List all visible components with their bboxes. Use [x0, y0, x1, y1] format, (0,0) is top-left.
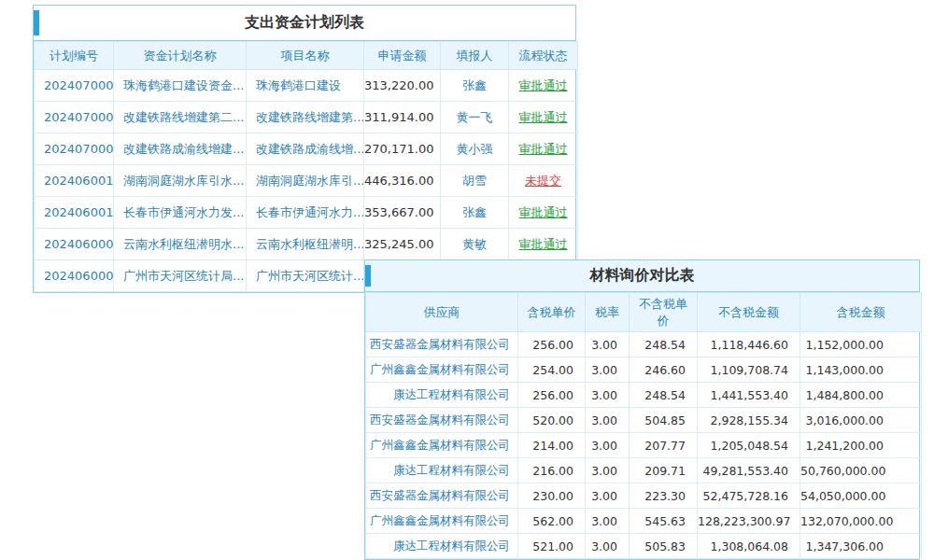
- cell-fund_name[interactable]: 改建铁路成渝线增建...: [114, 133, 247, 165]
- cell-amount_notax: 52,475,728.16: [698, 483, 800, 509]
- cell-project_name[interactable]: 湖南洞庭湖水库引...: [247, 165, 364, 197]
- cell-tax_rate: 3.00: [586, 458, 630, 483]
- table-row: 广州鑫鑫金属材料有限公司214.003.00207.771,205,048.54…: [366, 433, 922, 458]
- plan-table-header-row: 计划编号资金计划名称项目名称申请金额填报人流程状态: [35, 42, 578, 70]
- cell-unit_price_tax: 230.00: [518, 483, 586, 509]
- cell-reporter[interactable]: 黄一飞: [441, 102, 509, 133]
- cell-unit_price_notax: 207.77: [630, 433, 698, 458]
- cell-supplier[interactable]: 西安盛器金属材料有限公司: [366, 408, 518, 433]
- cell-amount_notax: 128,223,300.97: [698, 509, 800, 534]
- cell-project_name[interactable]: 改建铁路成渝线增...: [247, 133, 364, 165]
- quote-table-header-row: 供应商含税单价税率不含税单价不含税金额含税金额: [366, 293, 922, 332]
- cell-plan_no[interactable]: 2024060008: [35, 260, 114, 292]
- cell-supplier[interactable]: 广州鑫鑫金属材料有限公司: [366, 509, 518, 534]
- cell-project_name[interactable]: 长春市伊通河水力...: [247, 197, 364, 229]
- cell-amount_notax: 1,308,064.08: [698, 534, 800, 559]
- cell-unit_price_tax: 256.00: [518, 332, 586, 357]
- title-accent-bar: [365, 265, 371, 287]
- cell-supplier[interactable]: 西安盛器金属材料有限公司: [366, 483, 518, 509]
- cell-amount: 313,220.00: [364, 70, 441, 102]
- cell-supplier[interactable]: 广州鑫鑫金属材料有限公司: [366, 357, 518, 383]
- col-header-fund_name: 资金计划名称: [114, 42, 247, 70]
- cell-reporter[interactable]: 黄小强: [441, 133, 509, 165]
- cell-amount_notax: 2,928,155.34: [698, 408, 800, 433]
- cell-fund_name[interactable]: 云南水利枢纽潜明水...: [114, 229, 247, 260]
- table-row: 广州鑫鑫金属材料有限公司254.003.00246.601,109,708.74…: [366, 357, 922, 383]
- cell-unit_price_tax: 521.00: [518, 534, 586, 559]
- col-header-unit_price_tax: 含税单价: [518, 293, 586, 332]
- cell-amount_tax: 1,241,200.00: [800, 433, 922, 458]
- cell-status[interactable]: 审批通过: [509, 133, 578, 165]
- cell-amount: 446,316.00: [364, 165, 441, 197]
- cell-supplier[interactable]: 西安盛器金属材料有限公司: [366, 332, 518, 357]
- cell-plan_no[interactable]: 2024070003: [35, 70, 114, 102]
- material-quote-title-bar: 材料询价对比表: [365, 260, 919, 292]
- cell-status[interactable]: 审批通过: [509, 197, 578, 229]
- cell-reporter[interactable]: 张鑫: [441, 70, 509, 102]
- cell-tax_rate: 3.00: [586, 534, 630, 559]
- cell-status[interactable]: 未提交: [509, 165, 578, 197]
- cell-reporter[interactable]: 胡雪: [441, 165, 509, 197]
- cell-amount_tax: 132,070,000.00: [800, 509, 922, 534]
- cell-project_name[interactable]: 改建铁路线增建第...: [247, 102, 364, 133]
- cell-unit_price_tax: 214.00: [518, 433, 586, 458]
- plan-table-body: 2024070003珠海鹤港口建设资金...珠海鹤港口建设313,220.00张…: [35, 70, 578, 292]
- cell-project_name[interactable]: 云南水利枢纽潜明...: [247, 229, 364, 260]
- table-row: 2024060010长春市伊通河水力发...长春市伊通河水力...353,667…: [35, 197, 578, 229]
- cell-fund_name[interactable]: 改建铁路线增建第二...: [114, 102, 247, 133]
- table-row: 西安盛器金属材料有限公司230.003.00223.3052,475,728.1…: [366, 483, 922, 509]
- cell-reporter[interactable]: 黄敏: [441, 229, 509, 260]
- cell-plan_no[interactable]: 2024070001: [35, 133, 114, 165]
- cell-plan_no[interactable]: 2024060009: [35, 229, 114, 260]
- cell-fund_name[interactable]: 珠海鹤港口建设资金...: [114, 70, 247, 102]
- cell-supplier[interactable]: 康达工程材料有限公司: [366, 458, 518, 483]
- cell-status[interactable]: 审批通过: [509, 229, 578, 260]
- cell-unit_price_tax: 216.00: [518, 458, 586, 483]
- cell-tax_rate: 3.00: [586, 357, 630, 383]
- table-row: 西安盛器金属材料有限公司256.003.00248.541,118,446.60…: [366, 332, 922, 357]
- table-row: 2024070003珠海鹤港口建设资金...珠海鹤港口建设313,220.00张…: [35, 70, 578, 102]
- cell-supplier[interactable]: 康达工程材料有限公司: [366, 383, 518, 408]
- cell-amount: 311,914.00: [364, 102, 441, 133]
- cell-status[interactable]: 审批通过: [509, 70, 578, 102]
- cell-unit_price_notax: 223.30: [630, 483, 698, 509]
- material-quote-table: 供应商含税单价税率不含税单价不含税金额含税金额 西安盛器金属材料有限公司256.…: [365, 292, 922, 559]
- cell-amount_notax: 1,118,446.60: [698, 332, 800, 357]
- quote-table-body: 西安盛器金属材料有限公司256.003.00248.541,118,446.60…: [366, 332, 922, 559]
- material-quote-title: 材料询价对比表: [590, 266, 695, 286]
- cell-unit_price_tax: 562.00: [518, 509, 586, 534]
- expense-plan-table: 计划编号资金计划名称项目名称申请金额填报人流程状态 2024070003珠海鹤港…: [34, 41, 578, 292]
- cell-project_name[interactable]: 广州市天河区统计...: [247, 260, 364, 292]
- cell-tax_rate: 3.00: [586, 483, 630, 509]
- cell-fund_name[interactable]: 长春市伊通河水力发...: [114, 197, 247, 229]
- col-header-amount_notax: 不含税金额: [698, 293, 800, 332]
- cell-unit_price_tax: 520.00: [518, 408, 586, 433]
- cell-unit_price_tax: 254.00: [518, 357, 586, 383]
- cell-project_name[interactable]: 珠海鹤港口建设: [247, 70, 364, 102]
- cell-unit_price_notax: 248.54: [630, 383, 698, 408]
- cell-status[interactable]: 审批通过: [509, 102, 578, 133]
- col-header-supplier: 供应商: [366, 293, 518, 332]
- expense-plan-title-bar: 支出资金计划列表: [34, 6, 575, 41]
- cell-amount_tax: 54,050,000.00: [800, 483, 922, 509]
- cell-fund_name[interactable]: 广州市天河区统计局...: [114, 260, 247, 292]
- cell-amount: 325,245.00: [364, 229, 441, 260]
- cell-supplier[interactable]: 广州鑫鑫金属材料有限公司: [366, 433, 518, 458]
- cell-tax_rate: 3.00: [586, 433, 630, 458]
- cell-plan_no[interactable]: 2024070002: [35, 102, 114, 133]
- cell-plan_no[interactable]: 2024060011: [35, 165, 114, 197]
- cell-plan_no[interactable]: 2024060010: [35, 197, 114, 229]
- cell-supplier[interactable]: 康达工程材料有限公司: [366, 534, 518, 559]
- cell-reporter[interactable]: 张鑫: [441, 197, 509, 229]
- col-header-reporter: 填报人: [441, 42, 509, 70]
- col-header-amount: 申请金额: [364, 42, 441, 70]
- cell-fund_name[interactable]: 湖南洞庭湖水库引水...: [114, 165, 247, 197]
- table-row: 广州鑫鑫金属材料有限公司562.003.00545.63128,223,300.…: [366, 509, 922, 534]
- cell-tax_rate: 3.00: [586, 332, 630, 357]
- cell-amount: 353,667.00: [364, 197, 441, 229]
- cell-amount_notax: 1,109,708.74: [698, 357, 800, 383]
- cell-unit_price_notax: 545.63: [630, 509, 698, 534]
- table-row: 康达工程材料有限公司256.003.00248.541,441,553.401,…: [366, 383, 922, 408]
- table-row: 康达工程材料有限公司216.003.00209.7149,281,553.405…: [366, 458, 922, 483]
- title-accent-bar: [34, 10, 39, 35]
